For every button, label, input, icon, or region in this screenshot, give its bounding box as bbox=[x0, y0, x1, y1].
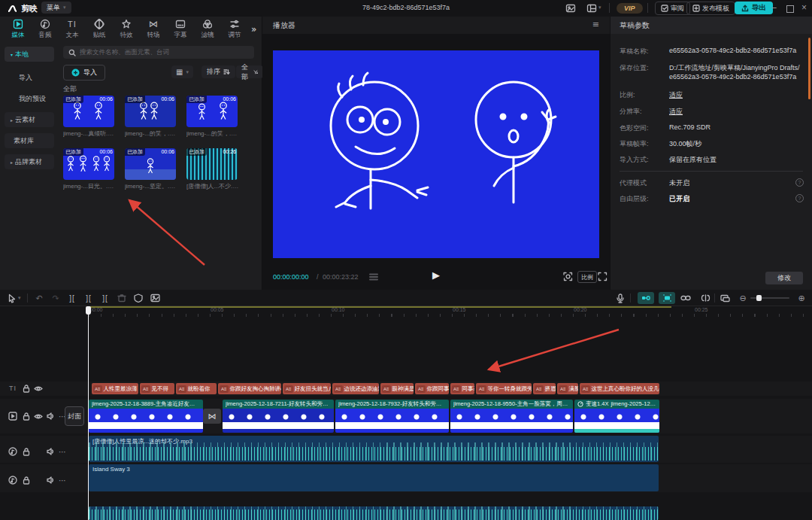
play-button[interactable]: ▶ bbox=[432, 269, 440, 281]
more-icon[interactable]: ⋯ bbox=[57, 475, 68, 485]
split-right-icon[interactable]: ][ bbox=[99, 292, 111, 304]
split-left-icon[interactable]: ][ bbox=[83, 292, 95, 304]
fullscreen-icon[interactable] bbox=[598, 272, 607, 281]
video-clip[interactable]: jimeng-2025-12-18-9550-主角一脸落寞，周围人有的 bbox=[450, 400, 573, 433]
video-clip[interactable]: jimeng-2025-12-18-7211-好友转头和旁人窃窃私语 bbox=[223, 400, 334, 433]
more-icon[interactable]: ⋯ bbox=[57, 446, 68, 457]
filter-all-button[interactable]: 全部 bbox=[236, 65, 263, 78]
sidebar-item-local[interactable]: ▾ 本地 bbox=[5, 47, 54, 62]
layout-chevron-icon[interactable]: ▾ bbox=[598, 5, 601, 11]
view-mode-select[interactable]: ▦ ▾ bbox=[171, 65, 193, 78]
playhead[interactable] bbox=[88, 306, 89, 520]
sidebar-item-brand[interactable]: ▸ 品牌素材 bbox=[5, 154, 54, 169]
text-clip[interactable]: A≡边说还边添油加醋 bbox=[332, 383, 379, 394]
transition-clip[interactable]: ⋈ bbox=[203, 409, 221, 424]
audio-clip[interactable]: [唐僧僧]人性里最凉...迷的却不少.mp3 bbox=[89, 436, 659, 462]
text-clip[interactable]: A≡见不得 bbox=[140, 383, 174, 394]
media-item-audio[interactable]: 已添加 00:26 bbox=[186, 148, 238, 180]
resolution-select[interactable]: 适应 bbox=[669, 107, 683, 117]
preview-toggle[interactable] bbox=[659, 292, 675, 304]
text-clip[interactable]: A≡满脸嘲 bbox=[557, 383, 578, 394]
more-tabs-icon[interactable]: » bbox=[251, 24, 256, 35]
layout-switch-icon[interactable] bbox=[586, 3, 597, 14]
text-clip[interactable]: A≡人性里最凉薄 bbox=[92, 383, 138, 394]
speaker-icon[interactable] bbox=[45, 475, 56, 485]
text-clip[interactable]: A≡挤眉梢 bbox=[533, 383, 556, 394]
ratio-select[interactable]: 适应 bbox=[669, 90, 683, 100]
review-button[interactable]: 审阅 bbox=[655, 2, 690, 15]
tab-filter[interactable]: 滤镜 bbox=[194, 19, 221, 40]
maximize-button[interactable] bbox=[786, 5, 794, 13]
preview-focus-icon[interactable] bbox=[563, 272, 573, 281]
media-item-video[interactable]: 已添加 00:06 bbox=[63, 96, 114, 127]
video-clip-speed[interactable]: 变速1.4X jimeng-2025-12-18-98 bbox=[574, 400, 659, 433]
cover-button[interactable]: 封面 bbox=[65, 406, 84, 426]
tab-audio[interactable]: 音频 bbox=[32, 19, 59, 40]
speaker-icon[interactable] bbox=[45, 446, 56, 457]
timeline-zoom-slider[interactable] bbox=[750, 297, 789, 299]
split-icon[interactable]: ][ bbox=[66, 292, 78, 304]
zoom-out-icon[interactable]: ⊖ bbox=[737, 292, 749, 304]
export-frame-icon[interactable] bbox=[149, 292, 161, 304]
sidebar-item-library[interactable]: 素材库 bbox=[5, 133, 54, 148]
media-item-video[interactable]: 已添加 00:06 bbox=[186, 96, 238, 127]
audio-clip[interactable]: Island Sway 3 bbox=[89, 464, 659, 491]
sort-button[interactable]: 排序 bbox=[201, 65, 235, 78]
close-button[interactable]: × bbox=[801, 2, 807, 13]
sidebar-item-cloud[interactable]: ▸ 云素材 bbox=[5, 112, 54, 127]
scrollbar[interactable] bbox=[808, 38, 810, 99]
quality-icon[interactable] bbox=[369, 272, 378, 281]
undo-icon[interactable]: ↶ bbox=[33, 292, 45, 304]
timeline-ruler[interactable]: 00:00 00:05 00:10 00:15 00:20 00:25 bbox=[83, 306, 812, 317]
text-clip[interactable]: A≡这世上真心盼你好的人没几个 bbox=[580, 383, 659, 394]
tab-captions[interactable]: 字幕 bbox=[167, 19, 194, 40]
ratio-button[interactable]: 比例 bbox=[577, 271, 597, 283]
tab-effects[interactable]: 特效 bbox=[113, 19, 140, 40]
preview-axis-icon[interactable] bbox=[719, 292, 731, 304]
select-tool-chevron-icon[interactable]: ▾ bbox=[18, 295, 21, 301]
slider-thumb[interactable] bbox=[756, 295, 762, 301]
video-preview[interactable] bbox=[273, 50, 599, 258]
sidebar-item-presets[interactable]: 我的预设 bbox=[5, 91, 54, 106]
import-button[interactable]: 导入 bbox=[63, 65, 105, 81]
help-icon[interactable]: ? bbox=[795, 178, 804, 187]
text-clip[interactable]: A≡你跟好友掏心掏肺讲心事 bbox=[218, 383, 281, 394]
eye-icon[interactable] bbox=[33, 411, 44, 421]
publish-template-button[interactable]: 发布模板 bbox=[686, 2, 735, 15]
text-clip[interactable]: A≡好友扭头就当八卦跟别人 bbox=[283, 383, 331, 394]
media-item-video[interactable]: 已添加 00:06 bbox=[63, 148, 114, 180]
export-button[interactable]: 导出 bbox=[735, 2, 773, 14]
help-icon[interactable]: ? bbox=[795, 194, 804, 202]
text-clip[interactable]: A≡同事表面 bbox=[450, 383, 474, 394]
tab-text[interactable]: TI 文本 bbox=[59, 19, 86, 40]
redo-icon[interactable]: ↷ bbox=[50, 292, 62, 304]
delete-icon[interactable] bbox=[116, 292, 128, 304]
tab-sticker[interactable]: 贴纸 bbox=[86, 19, 113, 40]
media-item-video[interactable]: 已添加 00:06 bbox=[125, 96, 176, 127]
vip-badge[interactable]: VIP bbox=[617, 3, 643, 14]
lock-icon[interactable] bbox=[21, 383, 32, 394]
playhead-handle[interactable] bbox=[86, 306, 91, 315]
video-clip[interactable]: jimeng-2025-12-18-3889-主角凑近好友，一脸信任 bbox=[89, 400, 203, 433]
speaker-icon[interactable] bbox=[45, 411, 56, 421]
player-menu-icon[interactable]: ≡ bbox=[592, 20, 599, 29]
media-item-video[interactable]: 已添加 00:06 bbox=[125, 148, 176, 180]
video-clip[interactable]: jimeng-2025-12-18-7932-好友转头和旁人窃窃私语 bbox=[335, 400, 449, 433]
sidebar-item-import[interactable]: 导入 bbox=[5, 70, 54, 85]
tab-media[interactable]: 媒体 bbox=[5, 19, 32, 40]
linkage-icon[interactable] bbox=[680, 292, 692, 304]
audio-clip-partial[interactable] bbox=[89, 506, 659, 520]
modify-button[interactable]: 修改 bbox=[765, 272, 803, 284]
lock-icon[interactable] bbox=[21, 475, 32, 485]
tab-transition[interactable]: ⋈ 转场 bbox=[140, 19, 167, 40]
text-clip[interactable]: A≡眼神满是猎奇 bbox=[380, 383, 414, 394]
split-view-icon[interactable] bbox=[699, 292, 711, 304]
snap-toggle[interactable] bbox=[638, 292, 654, 304]
search-input[interactable]: 搜索文件名称、画面元素、台词 bbox=[63, 46, 254, 59]
select-tool-button[interactable] bbox=[6, 292, 18, 304]
text-clip[interactable]: A≡就盼着你 bbox=[176, 383, 217, 394]
lock-icon[interactable] bbox=[21, 446, 32, 457]
record-mic-icon[interactable] bbox=[614, 292, 626, 304]
mask-icon[interactable] bbox=[132, 292, 144, 304]
text-clip[interactable]: A≡等你一转身就跟旁人撇眉 bbox=[476, 383, 532, 394]
